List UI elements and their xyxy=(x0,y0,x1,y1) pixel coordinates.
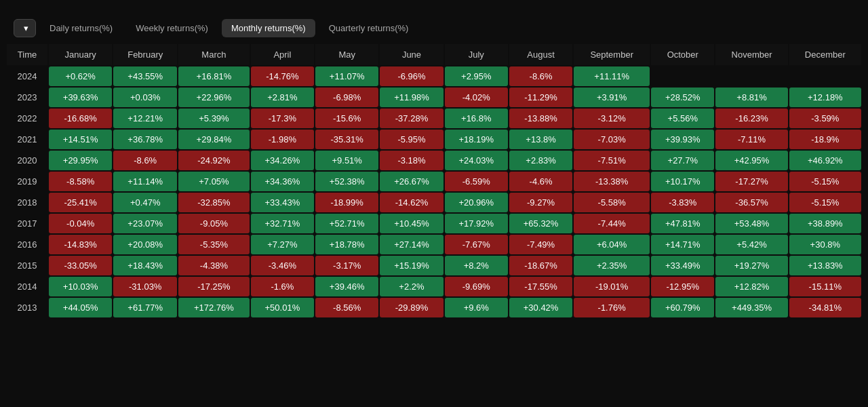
value-cell: -37.28% xyxy=(380,109,443,128)
value-cell: +39.46% xyxy=(315,277,378,296)
value-cell: -24.92% xyxy=(178,151,250,170)
value-cell: -15.6% xyxy=(315,109,378,128)
tab-monthly[interactable]: Monthly returns(%) xyxy=(222,19,315,37)
value-cell: +36.78% xyxy=(113,130,177,149)
value-cell: -13.38% xyxy=(574,172,650,191)
value-cell: +18.43% xyxy=(113,256,177,275)
tab-weekly[interactable]: Weekly returns(%) xyxy=(126,19,218,37)
year-cell: 2015 xyxy=(7,256,47,275)
table-row: 2015-33.05%+18.43%-4.38%-3.46%-3.17%+15.… xyxy=(7,256,861,275)
value-cell: +18.78% xyxy=(315,235,378,254)
value-cell: -5.95% xyxy=(380,130,443,149)
value-cell: -3.83% xyxy=(651,193,714,212)
table-row: 2016-14.83%+20.08%-5.35%+7.27%+18.78%+27… xyxy=(7,235,861,254)
table-row: 2020+29.95%-8.6%-24.92%+34.26%+9.51%-3.1… xyxy=(7,151,861,170)
table-row: 2018-25.41%+0.47%-32.85%+33.43%-18.99%-1… xyxy=(7,193,861,212)
value-cell: +0.03% xyxy=(113,88,177,107)
col-header-january: January xyxy=(49,44,112,65)
year-cell: 2014 xyxy=(7,277,47,296)
value-cell: -9.69% xyxy=(445,277,508,296)
value-cell: -9.27% xyxy=(509,193,572,212)
col-header-february: February xyxy=(113,44,177,65)
value-cell: +26.67% xyxy=(380,172,443,191)
value-cell: +11.11% xyxy=(574,66,650,86)
value-cell: +24.03% xyxy=(445,151,508,170)
value-cell: +42.95% xyxy=(715,151,787,170)
col-header-october: October xyxy=(651,44,714,65)
year-cell: 2018 xyxy=(7,193,47,212)
value-cell: +33.43% xyxy=(251,193,314,212)
value-cell: +23.07% xyxy=(113,214,177,233)
value-cell: -7.44% xyxy=(574,214,650,233)
value-cell: -7.49% xyxy=(509,235,572,254)
tab-daily[interactable]: Daily returns(%) xyxy=(40,19,122,37)
value-cell: -8.56% xyxy=(315,298,378,317)
value-cell: +60.79% xyxy=(651,298,714,317)
value-cell: +52.38% xyxy=(315,172,378,191)
value-cell: -1.6% xyxy=(251,277,314,296)
value-cell: -36.57% xyxy=(715,193,787,212)
value-cell: -18.99% xyxy=(315,193,378,212)
table-row: 2014+10.03%-31.03%-17.25%-1.6%+39.46%+2.… xyxy=(7,277,861,296)
value-cell: -3.46% xyxy=(251,256,314,275)
table-row: 2013+44.05%+61.77%+172.76%+50.01%-8.56%-… xyxy=(7,298,861,317)
value-cell: -4.6% xyxy=(509,172,572,191)
returns-table: TimeJanuaryFebruaryMarchAprilMayJuneJuly… xyxy=(5,43,863,319)
value-cell: +38.89% xyxy=(789,214,861,233)
value-cell: -8.58% xyxy=(49,172,112,191)
value-cell: +8.81% xyxy=(715,88,787,107)
value-cell: +5.56% xyxy=(651,109,714,128)
value-cell: +2.95% xyxy=(445,66,508,86)
value-cell: -13.88% xyxy=(509,109,572,128)
value-cell: +39.63% xyxy=(49,88,112,107)
value-cell: -19.01% xyxy=(574,277,650,296)
btc-selector[interactable]: ▾ xyxy=(14,19,36,37)
value-cell: -11.29% xyxy=(509,88,572,107)
value-cell: +10.17% xyxy=(651,172,714,191)
value-cell: +28.52% xyxy=(651,88,714,107)
value-cell: +30.42% xyxy=(509,298,572,317)
value-cell: +3.91% xyxy=(574,88,650,107)
value-cell: +50.01% xyxy=(251,298,314,317)
value-cell: +20.08% xyxy=(113,235,177,254)
value-cell: -5.58% xyxy=(574,193,650,212)
value-cell: +12.21% xyxy=(113,109,177,128)
value-cell: +33.49% xyxy=(651,256,714,275)
returns-table-container: TimeJanuaryFebruaryMarchAprilMayJuneJuly… xyxy=(0,43,868,319)
value-cell: +172.76% xyxy=(178,298,250,317)
value-cell: +29.84% xyxy=(178,130,250,149)
year-cell: 2021 xyxy=(7,130,47,149)
value-cell: +7.27% xyxy=(251,235,314,254)
value-cell xyxy=(789,66,861,86)
value-cell: +17.92% xyxy=(445,214,508,233)
value-cell: +11.07% xyxy=(315,66,378,86)
value-cell: +27.7% xyxy=(651,151,714,170)
value-cell: +34.36% xyxy=(251,172,314,191)
table-row: 2017-0.04%+23.07%-9.05%+32.71%+52.71%+10… xyxy=(7,214,861,233)
col-header-december: December xyxy=(789,44,861,65)
value-cell: +22.96% xyxy=(178,88,250,107)
value-cell: +16.8% xyxy=(445,109,508,128)
value-cell: -16.68% xyxy=(49,109,112,128)
value-cell: +18.19% xyxy=(445,130,508,149)
value-cell: -7.11% xyxy=(715,130,787,149)
value-cell: +10.03% xyxy=(49,277,112,296)
table-row: 2019-8.58%+11.14%+7.05%+34.36%+52.38%+26… xyxy=(7,172,861,191)
value-cell: +12.18% xyxy=(789,88,861,107)
chevron-down-icon: ▾ xyxy=(24,23,28,33)
value-cell: +46.92% xyxy=(789,151,861,170)
col-header-november: November xyxy=(715,44,787,65)
year-cell: 2022 xyxy=(7,109,47,128)
col-header-august: August xyxy=(509,44,572,65)
value-cell: +16.81% xyxy=(178,66,250,86)
value-cell: +32.71% xyxy=(251,214,314,233)
value-cell: -15.11% xyxy=(789,277,861,296)
value-cell: -16.23% xyxy=(715,109,787,128)
value-cell: +8.2% xyxy=(445,256,508,275)
value-cell: -32.85% xyxy=(178,193,250,212)
value-cell: -4.38% xyxy=(178,256,250,275)
tab-quarterly[interactable]: Quarterly returns(%) xyxy=(319,19,418,37)
value-cell: -14.76% xyxy=(251,66,314,86)
value-cell: -5.15% xyxy=(789,172,861,191)
tabs-container: ▾ Daily returns(%) Weekly returns(%) Mon… xyxy=(0,16,868,43)
